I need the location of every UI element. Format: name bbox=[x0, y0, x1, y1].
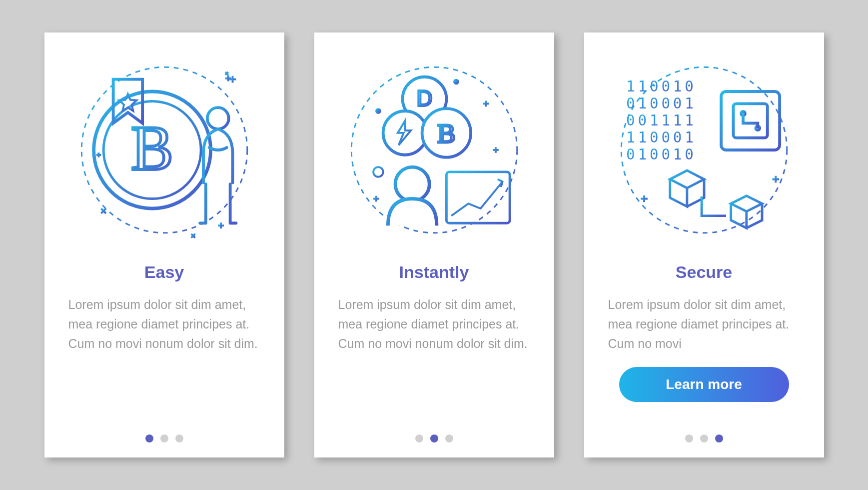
crypto-chart-icon: D B bbox=[337, 52, 532, 248]
svg-text:001111: 001111 bbox=[626, 112, 697, 129]
svg-text:110010: 110010 bbox=[626, 78, 697, 95]
svg-text:D: D bbox=[416, 86, 432, 110]
dot-3[interactable] bbox=[175, 434, 183, 442]
svg-text:B: B bbox=[437, 118, 455, 148]
dot-2[interactable] bbox=[700, 434, 708, 442]
card-body: Lorem ipsum dolor sit dim amet, mea regi… bbox=[68, 295, 260, 353]
binary-chip-icon: 110010 010001 001111 110001 010010 bbox=[607, 52, 802, 248]
svg-point-4 bbox=[207, 108, 228, 129]
onboarding-card-instantly: D B bbox=[314, 32, 554, 458]
svg-point-18 bbox=[376, 109, 380, 113]
svg-point-17 bbox=[373, 167, 383, 177]
svg-rect-27 bbox=[733, 104, 767, 138]
dot-1[interactable] bbox=[415, 434, 423, 442]
svg-point-19 bbox=[454, 80, 458, 84]
svg-text:010010: 010010 bbox=[626, 146, 697, 164]
page-dots bbox=[415, 434, 453, 442]
dot-1[interactable] bbox=[685, 434, 693, 442]
svg-point-11 bbox=[395, 167, 429, 201]
svg-text:110001: 110001 bbox=[626, 129, 697, 146]
svg-rect-26 bbox=[721, 92, 780, 150]
onboarding-card-easy: B Easy Lorem ipsum dolor sit dim bbox=[44, 32, 284, 458]
bitcoin-person-icon: B bbox=[67, 52, 262, 248]
page-dots bbox=[145, 434, 183, 442]
card-title: Easy bbox=[144, 262, 184, 282]
card-body: Lorem ipsum dolor sit dim amet, mea regi… bbox=[608, 295, 800, 353]
svg-text:010001: 010001 bbox=[626, 95, 697, 112]
onboarding-card-secure: 110010 010001 001111 110001 010010 bbox=[584, 32, 824, 458]
page-dots bbox=[685, 434, 723, 442]
dot-3[interactable] bbox=[715, 434, 723, 442]
card-body: Lorem ipsum dolor sit dim amet, mea regi… bbox=[338, 295, 530, 353]
svg-point-8 bbox=[383, 111, 427, 155]
card-title: Instantly bbox=[399, 262, 469, 282]
dot-1[interactable] bbox=[145, 434, 153, 442]
card-title: Secure bbox=[676, 262, 732, 282]
svg-text:B: B bbox=[131, 113, 173, 183]
onboarding-cards: B Easy Lorem ipsum dolor sit dim bbox=[44, 32, 824, 458]
dot-2[interactable] bbox=[160, 434, 168, 442]
dot-3[interactable] bbox=[445, 434, 453, 442]
learn-more-button[interactable]: Learn more bbox=[619, 367, 789, 402]
dot-2[interactable] bbox=[430, 434, 438, 442]
